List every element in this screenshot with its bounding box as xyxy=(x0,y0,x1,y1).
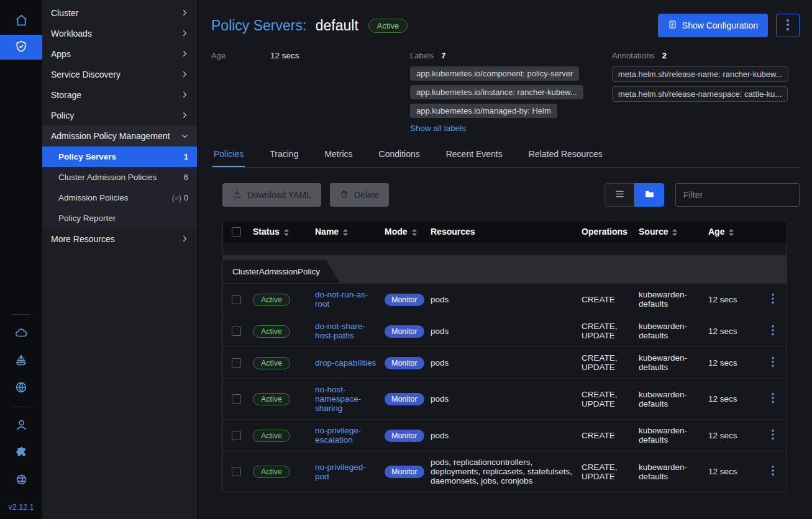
resources-cell: pods xyxy=(427,347,578,379)
tab-tracing[interactable]: Tracing xyxy=(268,143,299,167)
show-configuration-button[interactable]: Show Configuration xyxy=(658,14,768,37)
policy-name-link[interactable]: drop-capabilities xyxy=(315,358,376,368)
sidebar-item-cluster-admission-policies[interactable]: Cluster Admission Policies 6 xyxy=(42,167,197,187)
policy-name-link[interactable]: no-host-namespace-sharing xyxy=(315,385,361,413)
chevron-down-icon xyxy=(181,133,188,140)
header-kebab-menu-button[interactable] xyxy=(776,14,800,37)
page-title-name: default xyxy=(316,17,358,34)
download-yaml-button[interactable]: Download YAML xyxy=(222,183,321,207)
table-row[interactable]: Active no-privilege-escalation Monitor p… xyxy=(223,420,787,451)
tab-recent-events[interactable]: Recent Events xyxy=(445,143,504,167)
rail-divider xyxy=(12,314,30,315)
user-button[interactable] xyxy=(0,412,42,440)
sidebar-item-apps[interactable]: Apps xyxy=(42,43,197,64)
docs-button[interactable] xyxy=(0,467,42,494)
count-badge: 1 xyxy=(184,152,188,161)
row-checkbox[interactable] xyxy=(232,358,241,368)
row-checkbox[interactable] xyxy=(232,431,241,440)
count-badge: 0 xyxy=(184,193,188,202)
table-spacer xyxy=(223,243,787,255)
group-row: ClusterAdmissionPolicy xyxy=(223,255,787,284)
operations-cell: CREATE xyxy=(578,420,635,451)
version-label: v2.12.1 xyxy=(8,503,34,512)
namespaced-count-icon: (=) xyxy=(172,194,181,202)
view-toggle xyxy=(604,183,664,207)
row-checkbox[interactable] xyxy=(232,467,241,476)
user-icon xyxy=(15,418,28,433)
column-header-mode[interactable]: Mode xyxy=(381,220,427,243)
source-cell: kubewarden-defaults xyxy=(635,284,705,315)
row-kebab-menu-button[interactable] xyxy=(772,430,774,441)
table-row[interactable]: Active no-host-namespace-sharing Monitor… xyxy=(223,379,787,420)
row-kebab-menu-button[interactable] xyxy=(772,466,774,477)
age-cell: 12 secs xyxy=(705,451,759,492)
delete-button[interactable]: Delete xyxy=(330,183,389,207)
row-kebab-menu-button[interactable] xyxy=(772,294,774,305)
label-chip: app.kubernetes.io/managed-by: Helm xyxy=(410,104,557,118)
column-header-name[interactable]: Name xyxy=(311,220,381,243)
tab-conditions[interactable]: Conditions xyxy=(378,143,421,167)
source-cell: kubewarden-defaults xyxy=(635,379,705,420)
table-row[interactable]: Active no-privileged-pod Monitor pods, r… xyxy=(223,451,787,492)
status-badge: Active xyxy=(368,19,408,33)
extensions-button[interactable] xyxy=(0,440,42,467)
config-file-icon xyxy=(668,20,677,31)
chevron-right-icon xyxy=(181,112,188,119)
row-kebab-menu-button[interactable] xyxy=(772,325,774,337)
sidebar-item-storage[interactable]: Storage xyxy=(42,84,197,105)
sidebar-item-policy-servers[interactable]: Policy Servers 1 xyxy=(42,147,197,167)
sidebar-item-more-resources[interactable]: More Resources xyxy=(42,228,197,249)
table-row[interactable]: Active do-not-share-host-paths Monitor p… xyxy=(223,315,787,347)
sidebar-group-admission-policy-management[interactable]: Admission Policy Management xyxy=(42,125,197,147)
annotation-chip: meta.helm.sh/release-namespace: cattle-k… xyxy=(612,86,788,102)
table-row[interactable]: Active drop-capabilities Monitor pods CR… xyxy=(223,347,787,379)
sidebar-item-service-discovery[interactable]: Service Discovery xyxy=(42,64,197,84)
filter-input[interactable] xyxy=(675,183,800,207)
group-view-button[interactable] xyxy=(634,183,664,207)
column-header-source[interactable]: Source xyxy=(635,220,705,243)
policy-name-link[interactable]: do-not-share-host-paths xyxy=(315,322,365,340)
sidebar-item-cluster[interactable]: Cluster xyxy=(42,2,197,23)
policy-name-link[interactable]: no-privilege-escalation xyxy=(315,426,361,445)
row-checkbox[interactable] xyxy=(232,295,241,304)
status-badge: Active xyxy=(253,325,290,338)
tab-related-resources[interactable]: Related Resources xyxy=(527,143,604,167)
virtualization-button[interactable] xyxy=(0,347,42,374)
row-kebab-menu-button[interactable] xyxy=(772,357,774,369)
policy-name-link[interactable]: do-not-run-as-root xyxy=(315,290,368,309)
source-cell: kubewarden-defaults xyxy=(635,451,705,492)
age-cell: 12 secs xyxy=(705,379,759,420)
row-kebab-menu-button[interactable] xyxy=(772,393,774,405)
sidebar-item-policy[interactable]: Policy xyxy=(42,105,197,125)
show-all-labels-link[interactable]: Show all labels xyxy=(410,124,466,133)
column-header-operations: Operations xyxy=(578,220,635,243)
tab-metrics[interactable]: Metrics xyxy=(323,143,354,167)
source-cell: kubewarden-defaults xyxy=(635,347,705,379)
annotations-title: Annotations xyxy=(612,51,655,60)
cluster-management-button[interactable] xyxy=(0,320,42,347)
sidebar-item-workloads[interactable]: Workloads xyxy=(42,23,197,43)
row-checkbox[interactable] xyxy=(232,394,241,404)
sidebar-item-policy-reporter[interactable]: Policy Reporter xyxy=(42,208,197,228)
labels-title: Labels xyxy=(410,51,434,60)
mode-badge: Monitor xyxy=(385,466,424,478)
list-view-button[interactable] xyxy=(604,183,634,207)
column-header-status[interactable]: Status xyxy=(249,220,311,243)
sidebar-item-admission-policies[interactable]: Admission Policies (=) 0 xyxy=(42,187,197,208)
age-cell: 12 secs xyxy=(705,420,759,451)
policy-name-link[interactable]: no-privileged-pod xyxy=(315,463,366,481)
mode-badge: Monitor xyxy=(385,294,424,306)
chevron-right-icon xyxy=(181,71,188,78)
resource-masthead: Age 12 secs Labels 7 app.kubernetes.io/c… xyxy=(211,48,800,133)
table-row[interactable]: Active do-not-run-as-root Monitor pods C… xyxy=(223,284,787,315)
fleet-button[interactable] xyxy=(0,374,42,402)
kubewarden-nav-button[interactable] xyxy=(0,35,42,60)
column-header-age[interactable]: Age xyxy=(705,220,759,243)
virtualization-icon xyxy=(14,353,28,369)
tab-policies[interactable]: Policies xyxy=(212,143,245,167)
home-button[interactable] xyxy=(0,7,42,35)
select-all-checkbox[interactable] xyxy=(232,227,241,237)
operations-cell: CREATE, UPDATE xyxy=(578,379,635,420)
row-checkbox[interactable] xyxy=(232,327,241,336)
chevron-right-icon xyxy=(181,235,188,242)
